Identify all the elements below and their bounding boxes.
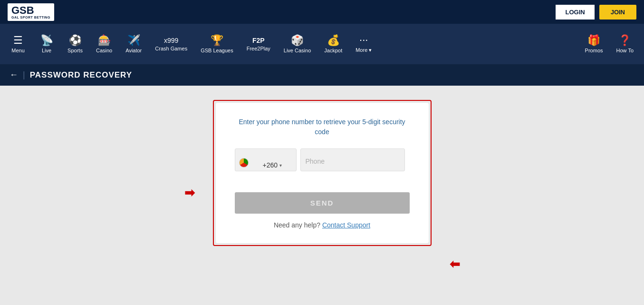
nav-item-how-to[interactable]: ❓ How To (610, 24, 640, 64)
back-button[interactable]: ← (10, 70, 18, 80)
main-content: ➡ ⬅ Enter your phone number to retrieve … (0, 86, 644, 305)
help-text: Need any help? Contact Support (235, 221, 410, 229)
phone-input[interactable] (300, 148, 405, 171)
nav-label-crash-games: Crash Games (155, 46, 187, 51)
nav-right: 🎁 Promos ❓ How To (578, 24, 640, 64)
form-outer-border: Enter your phone number to retrieve your… (213, 100, 432, 246)
arrow-right-send: ⬅ (450, 257, 460, 272)
casino-icon: 🎰 (98, 35, 111, 46)
logo-box: GSB GAL SPORT BETTING (8, 3, 54, 21)
nav-item-crash-games[interactable]: x999 Crash Games (148, 24, 194, 64)
nav-item-gsb-leagues[interactable]: 🏆 GSB Leagues (194, 24, 240, 64)
nav-item-more[interactable]: ··· More ▾ (349, 24, 378, 64)
login-button[interactable]: LOGIN (555, 4, 595, 20)
nav-item-sports[interactable]: ⚽ Sports (61, 24, 89, 64)
contact-support-link[interactable]: Contact Support (322, 221, 370, 229)
gsb-leagues-icon: 🏆 (211, 35, 223, 46)
nav-label-sports: Sports (67, 48, 83, 53)
nav-label-casino: Casino (96, 48, 112, 53)
nav-item-promos[interactable]: 🎁 Promos (578, 24, 610, 64)
nav-item-casino[interactable]: 🎰 Casino (89, 24, 119, 64)
more-icon: ··· (359, 35, 368, 45)
jackpot-icon: 💰 (327, 35, 340, 46)
password-recovery-form: Enter your phone number to retrieve your… (216, 103, 429, 243)
nav-item-aviator[interactable]: ✈️ Aviator (119, 24, 148, 64)
logo: GSB GAL SPORT BETTING (8, 3, 54, 21)
join-button[interactable]: JOIN (599, 5, 636, 20)
nav-item-live-casino[interactable]: 🎲 Live Casino (277, 24, 317, 64)
menu-icon: ☰ (13, 35, 23, 46)
free2play-icon: F2P (252, 37, 265, 44)
phone-input-row: Country +260 ▾ (235, 148, 410, 171)
nav-item-menu[interactable]: ☰ Menu (4, 24, 32, 64)
nav-label-promos: Promos (585, 48, 603, 53)
aviator-icon: ✈️ (127, 35, 140, 46)
nav-label-menu: Menu (11, 48, 25, 53)
main-nav: ☰ Menu 📡 Live ⚽ Sports 🎰 Casino ✈️ Aviat… (0, 24, 644, 64)
sports-icon: ⚽ (69, 35, 82, 46)
live-casino-icon: 🎲 (291, 35, 304, 46)
promos-icon: 🎁 (587, 35, 600, 46)
how-to-icon: ❓ (618, 35, 631, 46)
logo-sub: GAL SPORT BETTING (11, 16, 50, 19)
country-field-group: Country +260 ▾ (235, 148, 297, 171)
nav-label-aviator: Aviator (125, 48, 142, 53)
logo-gsb: GSB (11, 5, 50, 16)
nav-label-free2play: Free2Play (247, 46, 270, 51)
phone-field-group (300, 148, 405, 171)
header: GSB GAL SPORT BETTING LOGIN JOIN (0, 0, 644, 24)
country-code: +260 (263, 161, 278, 169)
form-container-wrapper: ➡ ⬅ Enter your phone number to retrieve … (213, 100, 432, 246)
nav-label-live-casino: Live Casino (284, 48, 311, 53)
page-title: PASSWORD RECOVERY (30, 70, 132, 80)
nav-label-gsb-leagues: GSB Leagues (201, 48, 233, 53)
live-icon: 📡 (40, 35, 53, 46)
send-button[interactable]: SEND (235, 192, 410, 214)
nav-label-live: Live (42, 48, 51, 53)
nav-label-more: More ▾ (356, 47, 372, 53)
header-buttons: LOGIN JOIN (555, 4, 636, 20)
help-text-label: Need any help? (274, 221, 320, 229)
breadcrumb: ← | PASSWORD RECOVERY (0, 64, 644, 86)
chevron-down-icon: ▾ (279, 163, 282, 168)
nav-label-jackpot: Jackpot (324, 48, 342, 53)
country-selector[interactable]: +260 ▾ (235, 148, 297, 171)
nav-label-how-to: How To (616, 48, 634, 53)
breadcrumb-separator: | (23, 70, 25, 80)
nav-item-live[interactable]: 📡 Live (32, 24, 61, 64)
nav-item-free2play[interactable]: F2P Free2Play (240, 24, 277, 64)
arrow-left-country: ➡ (184, 186, 195, 200)
form-description: Enter your phone number to retrieve your… (235, 117, 410, 137)
crash-games-icon: x999 (164, 37, 178, 44)
nav-item-jackpot[interactable]: 💰 Jackpot (317, 24, 349, 64)
zambia-flag-icon (239, 158, 249, 167)
